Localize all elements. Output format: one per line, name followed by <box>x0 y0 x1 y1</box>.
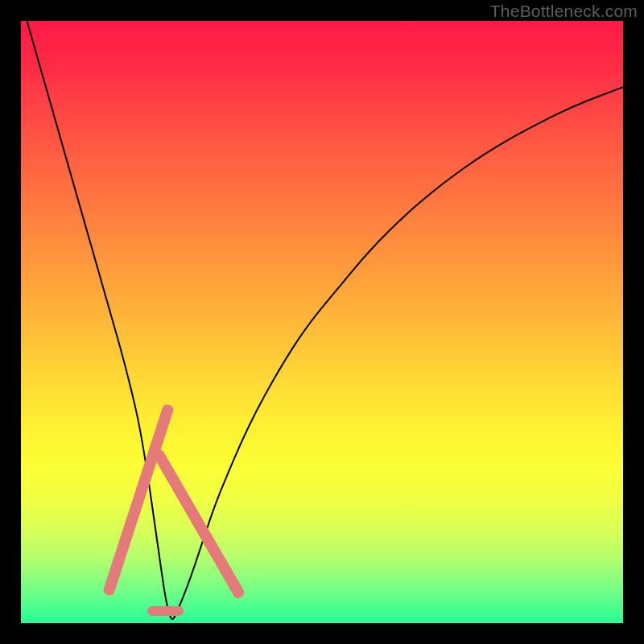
bottleneck-curve <box>21 21 623 623</box>
plot-area <box>21 21 623 623</box>
watermark-text: TheBottleneck.com <box>490 2 638 21</box>
highlight-band-floor <box>147 606 184 616</box>
chart-frame: TheBottleneck.com <box>0 0 644 644</box>
